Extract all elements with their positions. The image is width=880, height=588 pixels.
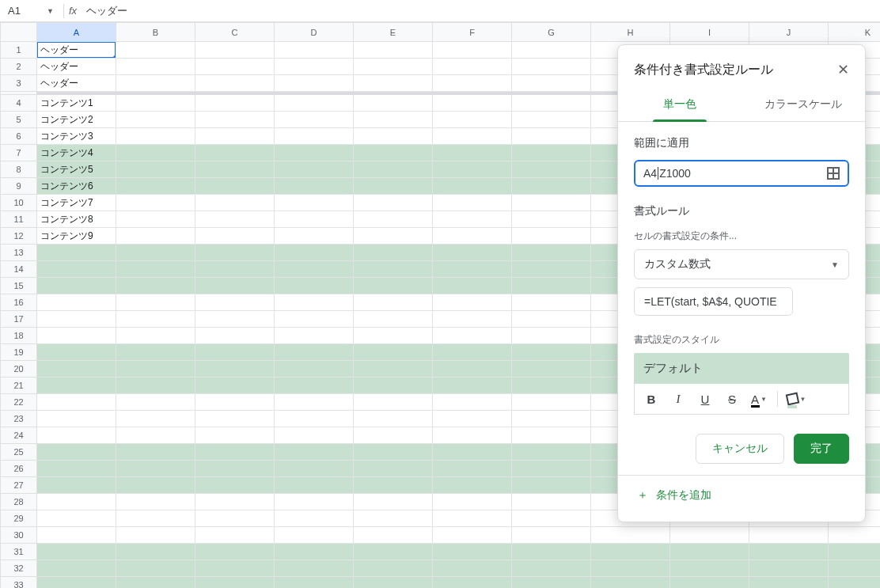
fill-color-button[interactable]: ▼ [786,389,806,409]
cell[interactable] [275,294,354,311]
cell[interactable] [433,95,512,112]
cell[interactable] [433,42,512,59]
cell[interactable] [749,560,829,577]
cell[interactable] [37,477,116,494]
cell[interactable] [512,178,591,195]
cell[interactable] [116,411,195,427]
cell[interactable] [433,311,512,328]
cell[interactable] [591,527,670,544]
cell[interactable] [433,527,512,544]
cell[interactable] [354,211,433,228]
cell[interactable] [512,59,591,75]
cell[interactable] [512,95,591,112]
cell[interactable] [116,245,195,261]
cell[interactable] [195,261,275,278]
cell[interactable] [195,228,275,245]
cell[interactable] [433,245,512,261]
cell[interactable] [275,394,354,411]
cell[interactable] [512,112,591,128]
cell[interactable] [275,311,354,328]
cell[interactable] [354,477,433,494]
cell[interactable] [195,328,275,344]
cell[interactable] [275,278,354,294]
row-header[interactable]: 5 [1,112,37,128]
cell[interactable]: コンテンツ3 [37,128,116,145]
cell[interactable] [195,128,275,145]
cell[interactable] [670,527,749,544]
strikethrough-button[interactable]: S [722,389,742,409]
cell[interactable] [433,411,512,427]
cell[interactable] [512,494,591,510]
cell[interactable] [512,461,591,477]
cell[interactable] [354,510,433,527]
cell[interactable] [195,161,275,178]
row-header[interactable]: 8 [1,161,37,178]
cell[interactable] [829,560,881,577]
row-header[interactable]: 3 [1,75,37,92]
italic-button[interactable]: I [668,389,688,409]
cell[interactable] [670,544,749,560]
cell[interactable] [195,411,275,427]
cell[interactable] [354,394,433,411]
cell[interactable] [354,494,433,510]
cell[interactable] [195,444,275,461]
column-header-B[interactable]: B [116,23,195,42]
cell[interactable] [195,461,275,477]
cell[interactable] [275,477,354,494]
cell[interactable] [116,311,195,328]
cell[interactable] [116,59,195,75]
cell[interactable] [195,560,275,577]
cell[interactable] [116,344,195,361]
cell[interactable] [275,128,354,145]
cell[interactable] [116,510,195,527]
cell[interactable] [275,261,354,278]
row-header[interactable]: 16 [1,294,37,311]
cell[interactable] [195,377,275,394]
cell[interactable] [275,195,354,211]
bold-button[interactable]: B [641,389,662,409]
cell[interactable] [591,544,670,560]
cell[interactable] [433,195,512,211]
row-header[interactable]: 17 [1,311,37,328]
cell[interactable] [195,178,275,195]
cell[interactable] [116,95,195,112]
cell[interactable] [512,311,591,328]
cell[interactable] [512,42,591,59]
cell[interactable] [354,195,433,211]
row-header[interactable]: 30 [1,527,37,544]
row-header[interactable]: 13 [1,245,37,261]
cell[interactable] [354,228,433,245]
row-header[interactable]: 6 [1,128,37,145]
cell[interactable] [433,328,512,344]
cell[interactable] [195,278,275,294]
cell[interactable] [116,211,195,228]
cell[interactable] [275,461,354,477]
name-box[interactable]: A1 ▼ [3,2,59,20]
cell[interactable] [116,328,195,344]
cell[interactable] [670,577,749,589]
column-header-F[interactable]: F [433,23,512,42]
cell[interactable] [354,245,433,261]
cell[interactable] [37,261,116,278]
row-header[interactable]: 32 [1,560,37,577]
cell[interactable] [433,75,512,92]
cell[interactable] [116,75,195,92]
cell[interactable] [512,328,591,344]
cell[interactable] [195,361,275,377]
row-header[interactable]: 21 [1,377,37,394]
cell[interactable]: コンテンツ2 [37,112,116,128]
cell[interactable] [275,411,354,427]
cell[interactable] [433,145,512,161]
row-header[interactable]: 25 [1,444,37,461]
column-header-I[interactable]: I [670,23,749,42]
cell[interactable] [37,294,116,311]
tab-color-scale[interactable]: カラースケール [742,89,865,121]
cell[interactable] [354,145,433,161]
cell[interactable] [433,261,512,278]
row-header[interactable]: 31 [1,544,37,560]
cell[interactable] [354,411,433,427]
cell[interactable] [433,344,512,361]
cell[interactable] [195,344,275,361]
cell[interactable] [354,444,433,461]
cell[interactable] [512,278,591,294]
